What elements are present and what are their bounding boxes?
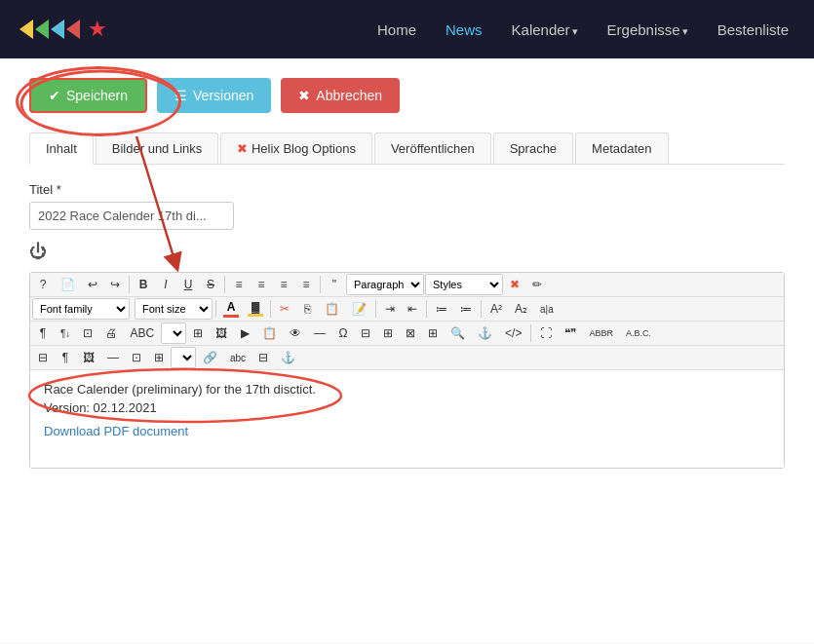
image2-button[interactable]: 🖼 bbox=[77, 347, 100, 368]
undo-button[interactable]: ↩ bbox=[82, 274, 103, 295]
html5-button[interactable]: ⊞ bbox=[422, 322, 444, 344]
text-direction-button[interactable]: ¶ bbox=[55, 347, 76, 368]
image-button[interactable]: 🖼 bbox=[210, 322, 233, 344]
nav-links: Home News Kalender▾ Ergebnisse▾ Bestenli… bbox=[371, 18, 795, 42]
align-justify-button[interactable]: ≡ bbox=[295, 274, 317, 295]
editor-toolbar-row3: ¶ ¶↓ ⊡ 🖨 ABC ⊞ ⊞ 🖼 ▶ 📋 👁 ― Ω ⊟ ⊞ ⊠ ⊞ 🔍 ⚓… bbox=[30, 322, 784, 346]
table-select[interactable]: ⊞ bbox=[161, 322, 186, 344]
separator bbox=[270, 300, 271, 318]
toggle-button[interactable]: ⊠ bbox=[400, 322, 421, 344]
nav-ergebnisse[interactable]: Ergebnisse▾ bbox=[601, 18, 694, 42]
print-button[interactable]: 🖨 bbox=[99, 322, 123, 344]
font-family-select[interactable]: Font family bbox=[32, 298, 130, 320]
copy-button[interactable]: ⎘ bbox=[296, 298, 318, 320]
media-button[interactable]: ▶ bbox=[234, 322, 255, 344]
tab-metadaten[interactable]: Metadaten bbox=[575, 133, 668, 164]
resize-button[interactable]: ⊞ bbox=[148, 347, 170, 368]
tab-veroeffentlichen[interactable]: Veröffentlichen bbox=[374, 133, 491, 164]
nav-home[interactable]: Home bbox=[371, 18, 422, 42]
select-all-button[interactable]: ⊡ bbox=[77, 322, 98, 344]
rich-text-editor: ? 📄 ↩ ↪ B I U S ≡ ≡ ≡ ≡ " Paragraph Styl… bbox=[29, 272, 785, 469]
arrow-blue bbox=[51, 19, 64, 39]
abbr-button[interactable]: ABBR bbox=[583, 322, 619, 344]
form-button[interactable]: ⊟ bbox=[252, 347, 274, 368]
quote-button[interactable]: ❝❞ bbox=[559, 322, 582, 344]
anchor-button[interactable]: ⚓ bbox=[472, 322, 498, 344]
power-icon[interactable]: ⏻ bbox=[29, 242, 785, 262]
template-button[interactable]: 📋 bbox=[256, 322, 283, 344]
arrow-green bbox=[35, 19, 49, 39]
show-inline-button[interactable]: ¶↓ bbox=[55, 322, 76, 344]
tab-helix[interactable]: ✖ Helix Blog Options bbox=[220, 133, 372, 164]
ordered-list-button[interactable]: ≔ bbox=[454, 298, 478, 320]
align-center-button[interactable]: ≡ bbox=[251, 274, 272, 295]
font-size-select[interactable]: Font size bbox=[135, 298, 213, 320]
paste-text-button[interactable]: 📝 bbox=[346, 298, 372, 320]
title-input[interactable] bbox=[29, 202, 234, 230]
editor-content-area[interactable]: Race Calender (preliminary) for the 17th… bbox=[30, 370, 784, 468]
nav-bestenliste[interactable]: Bestenliste bbox=[712, 18, 795, 42]
preview-button[interactable]: 👁 bbox=[284, 322, 307, 344]
align-left-button[interactable]: ≡ bbox=[228, 274, 250, 295]
anchor2-button[interactable]: ⚓ bbox=[275, 347, 301, 368]
superscript-button[interactable]: A² bbox=[485, 298, 508, 320]
paragraph-select[interactable]: Paragraph bbox=[346, 274, 424, 295]
paste-button[interactable]: 📋 bbox=[319, 298, 345, 320]
outdent-button[interactable]: ⇤ bbox=[402, 298, 423, 320]
separator bbox=[375, 300, 376, 318]
iframe-button[interactable]: ⊞ bbox=[377, 322, 399, 344]
bold-button[interactable]: B bbox=[133, 274, 154, 295]
fullscreen-button[interactable]: ⛶ bbox=[534, 322, 558, 344]
align-right-button[interactable]: ≡ bbox=[273, 274, 294, 295]
find-replace-button[interactable]: 🔍 bbox=[445, 322, 471, 344]
action-toolbar: ✔ Speichern ☰ Versionen ✖ Abbrechen bbox=[29, 78, 785, 113]
special-char-button[interactable]: Ω bbox=[332, 322, 354, 344]
cancel-button[interactable]: ✖ Abbrechen bbox=[281, 78, 400, 113]
highlight-color-button[interactable]: ▓ bbox=[244, 299, 267, 319]
helix-icon: ✖ bbox=[237, 141, 252, 156]
spellcheck-button[interactable]: ABC bbox=[124, 322, 160, 344]
title-label: Titel * bbox=[29, 182, 785, 197]
redo-button[interactable]: ↪ bbox=[104, 274, 126, 295]
nav-news[interactable]: News bbox=[440, 18, 488, 42]
blockquote-button[interactable]: " bbox=[324, 274, 345, 295]
styles-select[interactable]: Styles bbox=[425, 274, 503, 295]
indent-button[interactable]: ⇥ bbox=[379, 298, 401, 320]
pdf-link[interactable]: Download PDF document bbox=[44, 424, 188, 438]
hr-button[interactable]: ― bbox=[308, 322, 331, 344]
chevron-down-icon: ▾ bbox=[572, 25, 578, 37]
strikethrough-button[interactable]: S bbox=[200, 274, 221, 295]
nav-kalender[interactable]: Kalender▾ bbox=[506, 18, 584, 42]
font-color-icon: A bbox=[227, 300, 236, 314]
text-color-button[interactable]: A bbox=[219, 298, 243, 320]
page-break-button[interactable]: ⊟ bbox=[355, 322, 376, 344]
italic-button[interactable]: I bbox=[155, 274, 176, 295]
tab-inhalt[interactable]: Inhalt bbox=[29, 133, 94, 165]
link-button[interactable]: 🔗 bbox=[197, 347, 223, 368]
spellcheck2-button[interactable]: abc bbox=[224, 347, 252, 368]
help-button[interactable]: ? bbox=[32, 274, 54, 295]
subscript-button[interactable]: A₂ bbox=[509, 298, 533, 320]
format-button[interactable]: ⊟ bbox=[32, 347, 54, 368]
table-button[interactable]: ⊞ bbox=[187, 322, 209, 344]
tab-bilder[interactable]: Bilder und Links bbox=[96, 133, 219, 164]
unordered-list-button[interactable]: ≔ bbox=[430, 298, 453, 320]
code-button[interactable]: </> bbox=[499, 322, 527, 344]
tab-sprache[interactable]: Sprache bbox=[493, 133, 573, 164]
logo-arrows bbox=[19, 19, 80, 39]
save-button[interactable]: ✔ Speichern bbox=[29, 78, 147, 113]
check-icon: ✔ bbox=[49, 88, 60, 103]
rtl-button[interactable]: a|a bbox=[534, 298, 560, 320]
edit-source-button[interactable]: ✏ bbox=[526, 274, 548, 295]
color-indicator bbox=[223, 315, 239, 318]
page-break2-button[interactable]: ⊡ bbox=[126, 347, 147, 368]
clear-format-button[interactable]: ✖ bbox=[504, 274, 525, 295]
versions-button[interactable]: ☰ Versionen bbox=[157, 78, 271, 113]
hr2-button[interactable]: ― bbox=[101, 347, 125, 368]
cut-button[interactable]: ✂ bbox=[274, 298, 295, 320]
link-select[interactable]: 🔗 bbox=[171, 347, 196, 368]
abc-button[interactable]: A.B.C. bbox=[620, 322, 657, 344]
new-doc-button[interactable]: 📄 bbox=[55, 274, 81, 295]
show-blocks-button[interactable]: ¶ bbox=[32, 322, 54, 344]
underline-button[interactable]: U bbox=[177, 274, 199, 295]
